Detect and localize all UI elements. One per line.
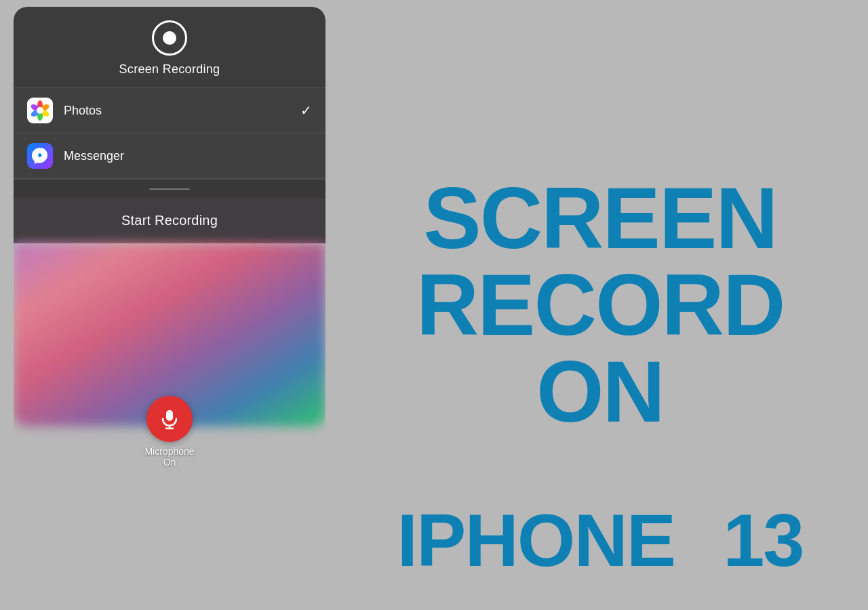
messenger-menu-item[interactable]: Messenger [14, 134, 326, 179]
iphone-label: iPHONE [397, 497, 675, 583]
microphone-button[interactable] [146, 396, 193, 442]
photos-label: Photos [64, 104, 300, 118]
partial-line [149, 188, 190, 190]
record-icon-circle [152, 20, 187, 56]
microphone-status: On [144, 457, 194, 468]
photos-menu-item[interactable]: Photos ✓ [14, 88, 326, 134]
microphone-controls: Microphone On [14, 396, 326, 468]
title-line1: SCREEN [416, 175, 785, 262]
photos-checkmark: ✓ [300, 102, 312, 119]
screen-recording-label: Screen Recording [119, 62, 220, 77]
panel-header: Screen Recording [14, 7, 326, 87]
microphone-text: Microphone [144, 446, 194, 457]
menu-section: Photos ✓ Messenger [14, 87, 326, 198]
photos-icon [27, 98, 53, 123]
start-recording-button[interactable]: Start Recording [14, 198, 326, 243]
messenger-label: Messenger [64, 149, 312, 163]
title-line3: ON [416, 348, 785, 435]
svg-point-7 [37, 107, 43, 114]
messenger-icon [27, 143, 53, 169]
model-number: 13 [723, 497, 803, 583]
bottom-row: iPHONE 13 [332, 497, 868, 583]
svg-rect-8 [166, 410, 173, 421]
record-dot [163, 31, 176, 45]
title-line2: RECORD [416, 262, 785, 348]
microphone-label: Microphone On [144, 446, 194, 468]
main-title: SCREEN RECORD ON [416, 175, 785, 435]
start-recording-label: Start Recording [121, 213, 218, 228]
partial-menu-item [14, 179, 326, 198]
